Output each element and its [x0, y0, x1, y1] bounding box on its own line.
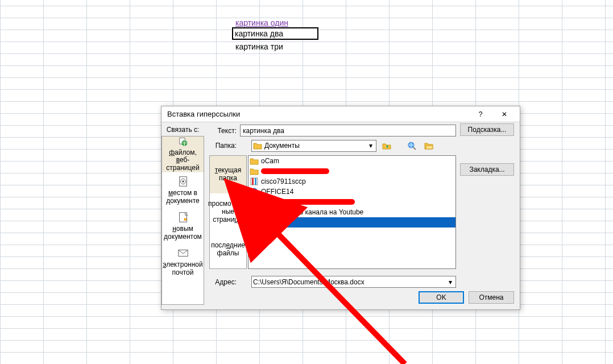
folder-select[interactable]: Документы ▾ — [251, 140, 376, 152]
bookmark-button[interactable]: Закладка... — [460, 163, 514, 176]
link-with-label: Связать с: — [161, 126, 204, 134]
file-name: Москва — [261, 218, 284, 226]
address-label: Адрес: — [209, 278, 237, 286]
folder-icon — [253, 141, 262, 150]
link-target-place-label: местом вдокументе — [166, 189, 200, 205]
chevron-down-icon: ▾ — [367, 142, 375, 150]
close-button[interactable]: ✕ — [492, 108, 516, 121]
tab-browsed-pages[interactable]: просмотрен-ныестраницы — [210, 193, 246, 231]
svg-rect-10 — [255, 178, 256, 185]
file-row-office14[interactable]: OFFICE14 — [248, 187, 455, 197]
word-doc-icon: W — [250, 197, 259, 206]
tab-recent-files[interactable]: последниефайлы — [210, 231, 246, 268]
link-target-file-web-label: файлом, веб-страницей — [162, 149, 204, 172]
file-name: Значок моего канала на Youtube — [261, 208, 363, 216]
folder-label: Папка: — [209, 142, 237, 150]
up-folder-button[interactable] — [380, 139, 394, 152]
text-label: Текст: — [209, 127, 237, 135]
browse-web-button[interactable] — [405, 139, 419, 152]
web-search-icon — [407, 141, 416, 150]
archive-icon — [250, 177, 259, 186]
title-bar[interactable]: Вставка гиперссылки ? ✕ — [161, 106, 520, 122]
word-doc-icon: W — [250, 218, 259, 227]
chevron-down-icon: ▾ — [446, 278, 454, 286]
folder-icon — [250, 156, 259, 166]
svg-point-4 — [182, 180, 184, 183]
word-doc-icon: W — [250, 208, 259, 217]
link-target-new-doc[interactable]: новымдокументом — [162, 208, 204, 244]
screentip-button[interactable]: Подсказка... — [460, 123, 514, 136]
globe-file-icon — [177, 136, 189, 147]
file-row-moscow[interactable]: W Москва — [248, 217, 455, 228]
link-target-email-label: электроннойпочтой — [163, 261, 202, 277]
file-name: cisco7911sccp — [261, 177, 306, 185]
redaction — [261, 199, 355, 205]
link-target-place-in-doc[interactable]: местом вдокументе — [162, 172, 204, 208]
cancel-button[interactable]: Отмена — [469, 291, 514, 304]
browse-file-button[interactable] — [422, 139, 436, 152]
cell-a1[interactable]: картинка один — [233, 17, 291, 28]
link-target-file-web[interactable]: файлом, веб-страницей — [162, 136, 204, 172]
link-target-email[interactable]: электроннойпочтой — [162, 244, 204, 280]
help-button[interactable]: ? — [469, 108, 492, 121]
shortcut-icon — [250, 187, 259, 196]
file-name: OFFICE14 — [261, 188, 293, 196]
cell-a2-selected[interactable]: картинка два — [232, 27, 318, 40]
folder-open-icon — [424, 141, 433, 150]
address-select[interactable]: C:\Users\Я\Documents\Москва.docx ▾ — [251, 276, 456, 288]
dialog-title: Вставка гиперссылки — [167, 110, 469, 118]
close-icon: ✕ — [502, 110, 507, 118]
folder-up-icon — [382, 141, 391, 150]
cell-a3[interactable]: картинка три — [233, 41, 285, 52]
svg-rect-9 — [252, 178, 254, 185]
file-list[interactable]: oCam cisco7911sccp OFFICE14 W W Значок м… — [248, 155, 456, 269]
help-icon: ? — [479, 110, 483, 118]
email-icon — [177, 247, 189, 259]
svg-rect-8 — [251, 178, 258, 185]
svg-text:W: W — [251, 208, 258, 216]
file-row-redacted-2[interactable]: W — [248, 197, 455, 207]
insert-hyperlink-dialog: Вставка гиперссылки ? ✕ Связать с: файло… — [161, 106, 520, 310]
folder-icon — [250, 167, 259, 176]
address-value: C:\Users\Я\Documents\Москва.docx — [253, 278, 365, 286]
link-target-new-label: новымдокументом — [164, 225, 202, 241]
file-row-redacted-1[interactable] — [248, 166, 455, 176]
ok-button[interactable]: OK — [419, 291, 464, 304]
text-input[interactable] — [240, 125, 456, 136]
new-document-icon — [177, 211, 189, 224]
file-name: oCam — [261, 157, 279, 165]
folder-select-value: Документы — [264, 142, 300, 150]
file-row-youtube-icon[interactable]: W Значок моего канала на Youtube — [248, 207, 455, 217]
file-row-cisco[interactable]: cisco7911sccp — [248, 176, 455, 187]
redaction — [261, 168, 329, 174]
document-target-icon — [177, 175, 189, 188]
svg-text:W: W — [250, 218, 256, 226]
file-row-ocam[interactable]: oCam — [248, 156, 455, 166]
link-target-column: файлом, веб-страницей местом вдокументе … — [161, 136, 204, 305]
browse-tabs: текущаяпапка просмотрен-ныестраницы посл… — [209, 155, 247, 269]
tab-current-folder[interactable]: текущаяпапка — [210, 156, 246, 193]
svg-point-11 — [251, 188, 258, 195]
svg-text:W: W — [251, 198, 258, 206]
